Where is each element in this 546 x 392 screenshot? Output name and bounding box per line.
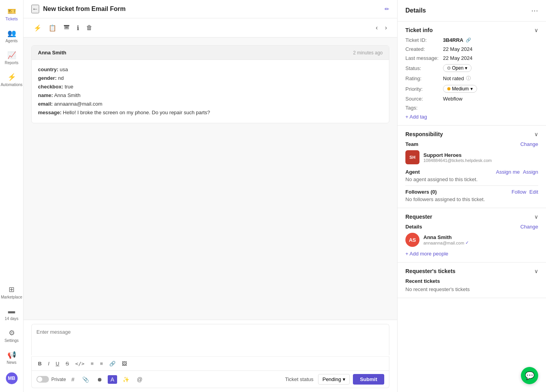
next-button[interactable]: › (383, 22, 389, 34)
message-field-country: country: usa (38, 65, 383, 74)
requester-section: Requester ∨ Details Change AS Anna Smith… (398, 208, 546, 263)
attachment-button[interactable]: 📎 (80, 375, 91, 384)
page-title: New ticket from Email Form (43, 5, 381, 13)
ticket-status-badge[interactable]: Open ▾ (443, 64, 472, 72)
reply-actions: Private # 📎 ⏺ A ✨ @ Ticket status Pendin… (31, 371, 389, 388)
team-change-button[interactable]: Change (520, 141, 538, 147)
followers-edit-button[interactable]: Edit (530, 189, 538, 195)
archive-button[interactable] (61, 22, 72, 34)
format-button[interactable]: A (108, 375, 117, 384)
strikethrough-button[interactable]: S (63, 359, 71, 368)
code-button[interactable]: </> (73, 359, 87, 368)
submit-button[interactable]: Submit (353, 374, 384, 385)
source-row: Source: Webflow (405, 96, 538, 102)
priority-value: Medium (452, 86, 469, 92)
requester-avatar: AS (405, 233, 419, 247)
info-button[interactable]: ℹ (74, 22, 81, 34)
sidebar-item-reports[interactable]: 📈 Reports (0, 47, 23, 69)
tags-container: + Add tag (405, 114, 538, 120)
ordered-list-button[interactable]: ≡ (89, 359, 96, 368)
agent-label: Agent (405, 169, 420, 175)
link-button[interactable]: 🔗 (107, 359, 118, 368)
recent-tickets-label: Recent tickets (405, 278, 538, 284)
sidebar-item-trial-label: 14 days (5, 316, 18, 321)
priority-badge[interactable]: Medium ▾ (443, 85, 477, 93)
sidebar-item-settings[interactable]: ⚙ Settings (0, 325, 23, 347)
source-label: Source: (405, 96, 441, 102)
conversation-area: Anna Smith 2 minutes ago country: usa ge… (24, 38, 397, 320)
sidebar-item-news[interactable]: 📢 News (0, 347, 23, 369)
mention-button[interactable]: @ (135, 375, 145, 384)
status-dot (447, 67, 450, 70)
italic-button[interactable]: I (45, 359, 52, 368)
requester-name: Anna Smith (423, 234, 469, 240)
requesters-tickets-header[interactable]: Requester's tickets ∨ (405, 268, 538, 274)
panel-title: Details (405, 7, 426, 14)
note-button[interactable]: 📋 (46, 22, 59, 34)
sidebar-item-marketplace[interactable]: ⊞ Marketplace (0, 281, 23, 303)
team-label: Team (405, 141, 418, 147)
sidebar-item-tickets[interactable]: 🎫 Tickets (0, 3, 23, 25)
sidebar-item-trial[interactable]: ▬ 14 days (0, 303, 23, 325)
record-button[interactable]: ⏺ (94, 375, 105, 384)
sidebar-item-agents[interactable]: 👥 Agents (0, 25, 23, 47)
delete-button[interactable]: 🗑 (84, 22, 95, 34)
bold-button[interactable]: B (36, 359, 44, 368)
requester-change-button[interactable]: Change (520, 224, 538, 230)
assign-me-button[interactable]: Assign me (496, 169, 520, 175)
sidebar-item-automations[interactable]: ⚡ Automations (0, 69, 23, 91)
team-email: 1084884641@tickets.helpdesk.com (423, 158, 492, 163)
right-panel: Details ⋯ Ticket info ∨ Ticket ID: 3B4RR… (397, 0, 546, 392)
created-label: Created: (405, 46, 441, 52)
message-field-message: message: Hello! I broke the screen on my… (38, 108, 383, 117)
status-label: Status: (405, 65, 441, 71)
sidebar-user-avatar[interactable]: MB (0, 369, 23, 389)
responsibility-header[interactable]: Responsibility ∨ (405, 131, 538, 137)
requester-header[interactable]: Requester ∨ (405, 214, 538, 220)
requesters-tickets-chevron: ∨ (534, 268, 538, 274)
add-people-button[interactable]: + Add more people (405, 251, 448, 257)
settings-icon: ⚙ (9, 329, 15, 337)
requesters-tickets-title: Requester's tickets (405, 268, 456, 274)
private-toggle[interactable]: Private (36, 376, 66, 383)
message-field-email: email: annaanna@mail.com (38, 100, 383, 108)
reply-textarea[interactable] (31, 324, 389, 355)
private-label: Private (51, 377, 66, 382)
magic-button[interactable]: ✨ (120, 375, 132, 384)
toggle-switch[interactable] (36, 376, 49, 383)
news-icon: 📢 (7, 351, 16, 359)
ticket-info-header[interactable]: Ticket info ∨ (405, 27, 538, 33)
message-author: Anna Smith (38, 50, 66, 56)
marketplace-icon: ⊞ (9, 285, 14, 294)
add-tag-button[interactable]: + Add tag (405, 114, 427, 120)
team-info: Support Heroes 1084884641@tickets.helpde… (423, 152, 492, 163)
status-dropdown[interactable]: Pending ▾ (318, 374, 350, 385)
team-row-header: Team Change (405, 141, 538, 147)
assign-button[interactable]: Assign (523, 169, 538, 175)
message-field-name: name: Anna Smith (38, 91, 383, 100)
hashtag-button[interactable]: # (69, 375, 77, 384)
source-value: Webflow (443, 96, 463, 102)
more-options-button[interactable]: ⋯ (531, 6, 538, 15)
flash-button[interactable]: ⚡ (31, 22, 44, 34)
prev-button[interactable]: ‹ (373, 22, 380, 34)
image-button[interactable]: 🖼 (119, 359, 129, 368)
user-avatar-circle: MB (6, 372, 18, 384)
team-avatar: SH (405, 150, 419, 164)
message-header: Anna Smith 2 minutes ago (32, 46, 389, 60)
unordered-list-button[interactable]: ≡ (98, 359, 105, 368)
last-message-value: 22 May 2024 (443, 55, 472, 61)
copy-link-icon[interactable]: 🔗 (466, 38, 471, 43)
team-name: Support Heroes (423, 152, 492, 158)
status-dropdown-arrow: ▾ (343, 376, 345, 382)
status-value: Pending (322, 376, 341, 382)
reply-area: B I U S </> ≡ ≡ 🔗 🖼 Private # 📎 ⏺ A ✨ @ (24, 320, 397, 392)
reports-icon: 📈 (7, 51, 16, 59)
priority-row: Priority: Medium ▾ (405, 85, 538, 93)
back-button[interactable]: ← (31, 5, 39, 13)
edit-icon[interactable]: ✏ (385, 6, 389, 12)
underline-button[interactable]: U (53, 359, 61, 368)
follow-button[interactable]: Follow (512, 189, 526, 195)
created-row: Created: 22 May 2024 (405, 46, 538, 52)
chat-bubble[interactable]: 💬 (521, 367, 538, 384)
